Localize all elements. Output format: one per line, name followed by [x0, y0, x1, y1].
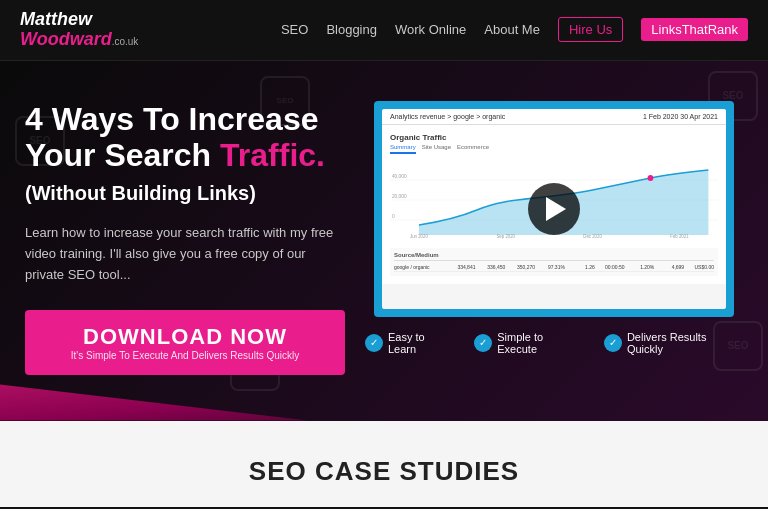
- hero-description: Learn how to increase your search traffi…: [25, 223, 345, 285]
- nav-item-blogging[interactable]: Blogging: [326, 22, 377, 37]
- badge-easy-to-learn: ✓ Easy to Learn: [365, 331, 454, 355]
- download-now-button[interactable]: DOWNLOAD NOW It's Simple To Execute And …: [25, 310, 345, 375]
- svg-point-6: [648, 175, 654, 181]
- site-logo[interactable]: Matthew Woodward.co.uk: [20, 10, 138, 50]
- new-sessions-cell-1: 336,450: [479, 264, 505, 270]
- source-cell-1: google / organic: [394, 264, 446, 270]
- svg-text:20,000: 20,000: [392, 194, 407, 199]
- hero-section: SEO SEO SEO SEO SEO 4 Ways To Increase Y…: [0, 61, 768, 421]
- completions-cell-1: 4,699: [658, 264, 684, 270]
- logo-domain: .co.uk: [112, 36, 139, 47]
- main-nav: SEO Blogging Work Online About Me Hire U…: [281, 17, 748, 42]
- analytics-header: Analytics revenue > google > organic 1 F…: [382, 109, 726, 125]
- chart-label: Organic Traffic: [390, 133, 718, 142]
- analytics-title: Analytics revenue > google > organic: [390, 113, 505, 120]
- sessions-cell-1: 334,841: [450, 264, 476, 270]
- badge-label-3: Delivers Results Quickly: [627, 331, 743, 355]
- hero-video-area: Analytics revenue > google > organic 1 F…: [365, 101, 743, 355]
- logo-matthew: Matthew: [20, 9, 92, 29]
- hero-title-line1: 4 Ways To Increase: [25, 101, 318, 137]
- video-badges: ✓ Easy to Learn ✓ Simple to Execute ✓ De…: [365, 331, 743, 355]
- bounce-cell-1: 97.31%: [539, 264, 565, 270]
- value-cell-1: US$0.00: [688, 264, 714, 270]
- tab-site-usage: Site Usage: [422, 144, 451, 154]
- hero-title: 4 Ways To Increase Your Search Traffic.: [25, 101, 345, 175]
- nav-item-about-me[interactable]: About Me: [484, 22, 540, 37]
- badge-label-2: Simple to Execute: [497, 331, 584, 355]
- analytics-data-table: Source/Medium google / organic 334,841 3…: [390, 248, 718, 276]
- table-row-1: google / organic 334,841 336,450 350,270…: [394, 263, 714, 272]
- nav-item-work-online[interactable]: Work Online: [395, 22, 466, 37]
- hero-subtitle: (Without Building Links): [25, 182, 345, 205]
- badge-simple-to-execute: ✓ Simple to Execute: [474, 331, 584, 355]
- tab-ecommerce: Ecommerce: [457, 144, 489, 154]
- play-triangle-icon: [546, 197, 566, 221]
- hero-title-line2-normal: Your Search: [25, 137, 220, 173]
- new-users-cell-1: 350,270: [509, 264, 535, 270]
- download-btn-sub-label: It's Simple To Execute And Delivers Resu…: [53, 350, 317, 361]
- site-header: Matthew Woodward.co.uk SEO Blogging Work…: [0, 0, 768, 61]
- analytics-tabs: Summary Site Usage Ecommerce: [390, 144, 718, 154]
- hero-title-highlight: Traffic.: [220, 137, 325, 173]
- analytics-date-range: 1 Feb 2020 30 Apr 2021: [643, 113, 718, 120]
- svg-text:Feb 2021: Feb 2021: [670, 234, 689, 239]
- pages-cell-1: 1.26: [569, 264, 595, 270]
- check-icon-3: ✓: [604, 334, 622, 352]
- tab-summary: Summary: [390, 144, 416, 154]
- download-btn-main-label: DOWNLOAD NOW: [53, 324, 317, 350]
- badge-label-1: Easy to Learn: [388, 331, 454, 355]
- svg-text:0: 0: [392, 214, 395, 219]
- play-button[interactable]: [528, 183, 580, 235]
- video-inner: Analytics revenue > google > organic 1 F…: [382, 109, 726, 309]
- nav-item-hire-us[interactable]: Hire Us: [558, 17, 623, 42]
- nav-item-seo[interactable]: SEO: [281, 22, 308, 37]
- svg-text:Sep 2020: Sep 2020: [496, 234, 515, 239]
- svg-text:Jun 2020: Jun 2020: [410, 234, 428, 239]
- svg-text:Dec 2020: Dec 2020: [583, 234, 602, 239]
- duration-cell-1: 00:00:50: [599, 264, 625, 270]
- conv-cell-1: 1.20%: [629, 264, 655, 270]
- case-studies-section: SEO CASE STUDIES: [0, 421, 768, 507]
- nav-item-links-that-rank[interactable]: LinksThatRank: [641, 18, 748, 41]
- hero-copy: 4 Ways To Increase Your Search Traffic. …: [25, 101, 345, 375]
- case-studies-title: SEO CASE STUDIES: [20, 456, 748, 487]
- logo-woodward: Woodward: [20, 29, 112, 49]
- check-icon-2: ✓: [474, 334, 492, 352]
- check-icon-1: ✓: [365, 334, 383, 352]
- badge-delivers-results: ✓ Delivers Results Quickly: [604, 331, 743, 355]
- video-container[interactable]: Analytics revenue > google > organic 1 F…: [374, 101, 734, 317]
- svg-text:40,000: 40,000: [392, 174, 407, 179]
- table-header-source: Source/Medium: [394, 252, 714, 261]
